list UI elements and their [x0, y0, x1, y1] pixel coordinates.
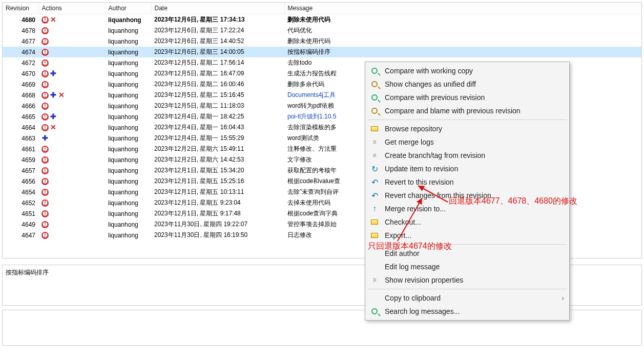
menu-item[interactable]: Export... — [366, 229, 568, 242]
menu-item[interactable]: Show changes as unified diff — [366, 77, 568, 91]
menu-item[interactable]: Checkout... — [366, 215, 568, 229]
cell-author: liquanhong — [105, 165, 151, 176]
cell-revision: 4674 — [3, 47, 38, 57]
menu-item[interactable]: Compare with previous revision — [366, 91, 568, 104]
cell-revision: 4649 — [3, 219, 38, 230]
cell-date: 2023年12月5日, 星期二 15:16:45 — [151, 90, 284, 101]
cell-revision: 4661 — [3, 144, 38, 154]
cell-date: 2023年11月30日, 星期四 16:19:50 — [151, 230, 284, 241]
cell-actions — [38, 165, 105, 176]
menu-item[interactable]: ≡Create branch/tag from revision — [366, 149, 568, 162]
menu-item-label: Export... — [385, 231, 411, 240]
cell-revision: 4678 — [3, 25, 38, 36]
menu-item-label: Show changes as unified diff — [385, 80, 476, 88]
menu-item-label: Show revision properties — [385, 276, 463, 284]
cell-author: liquanhong — [105, 230, 151, 241]
col-date[interactable]: Date — [151, 3, 284, 14]
menu-item[interactable]: Compare with working copy — [366, 64, 568, 77]
menu-item-label: Get merge logs — [385, 138, 434, 146]
cell-actions — [38, 101, 105, 111]
cell-date: 2023年12月1日, 星期五 9:17:48 — [151, 208, 284, 219]
context-menu[interactable]: Compare with working copyShow changes as… — [365, 62, 570, 321]
cell-actions — [38, 230, 105, 241]
cell-revision: 4652 — [3, 197, 38, 208]
cell-author: liquanhong — [105, 144, 151, 154]
menu-item[interactable]: ↶Revert changes from this revision — [366, 189, 568, 202]
cell-date: 2023年12月5日, 星期二 11:18:03 — [151, 101, 284, 111]
cell-message: 删除未使用代码 — [284, 36, 641, 47]
cell-revision: 4654 — [3, 187, 38, 197]
menu-item-label: Edit author — [385, 249, 420, 257]
cell-date: 2023年12月6日, 星期三 17:34:13 — [151, 14, 284, 26]
modified-icon — [41, 200, 49, 207]
modified-icon — [41, 124, 49, 131]
log-row[interactable]: 4678liquanhong2023年12月6日, 星期三 17:22:24代码… — [3, 25, 641, 36]
menu-icon: ≡ — [369, 137, 380, 147]
cell-date: 2023年12月5日, 星期二 16:47:09 — [151, 68, 284, 79]
cell-date: 2023年12月4日, 星期一 18:42:25 — [151, 111, 284, 122]
menu-item[interactable]: Edit author — [366, 247, 568, 260]
modified-icon — [41, 113, 49, 121]
cell-actions: ✚ — [38, 68, 105, 79]
cell-author: liquanhong — [105, 133, 151, 144]
col-author[interactable]: Author — [105, 3, 151, 14]
cell-actions — [38, 25, 105, 36]
modified-icon — [41, 178, 49, 185]
cell-actions — [38, 154, 105, 165]
log-row[interactable]: 4677liquanhong2023年12月6日, 星期三 14:40:52删除… — [3, 36, 641, 47]
log-row[interactable]: 4680✕liquanhong2023年12月6日, 星期三 17:34:13删… — [3, 14, 641, 26]
cell-revision: 4664 — [3, 122, 38, 133]
menu-item[interactable]: ↶Revert to this revision — [366, 175, 568, 189]
menu-icon: ↶ — [369, 177, 380, 187]
cell-date: 2023年12月5日, 星期二 17:56:14 — [151, 57, 284, 68]
cell-date: 2023年12月6日, 星期三 14:40:52 — [151, 36, 284, 47]
menu-item-label: Browse repository — [385, 125, 442, 133]
menu-item[interactable]: ≡Get merge logs — [366, 135, 568, 149]
menu-icon: ↶ — [369, 191, 380, 200]
menu-item-label: Search log messages... — [385, 307, 460, 315]
menu-item-label: Compare and blame with previous revision — [385, 107, 521, 115]
log-row[interactable]: 4674liquanhong2023年12月6日, 星期三 14:00:05按指… — [3, 47, 641, 57]
modified-icon — [41, 16, 49, 24]
cell-author: liquanhong — [105, 57, 151, 68]
cell-actions — [38, 57, 105, 68]
cell-revision: 4680 — [3, 14, 38, 26]
cell-actions — [38, 36, 105, 47]
menu-icon — [369, 106, 380, 115]
modified-icon — [41, 221, 49, 228]
menu-item-label: Compare with working copy — [385, 67, 473, 75]
cell-author: liquanhong — [105, 197, 151, 208]
cell-message: 按指标编码排序 — [284, 47, 641, 57]
menu-separator — [367, 289, 567, 289]
menu-icon — [369, 249, 380, 258]
modified-icon — [41, 146, 49, 153]
modified-icon — [41, 92, 49, 99]
menu-item[interactable]: Copy to clipboard› — [366, 291, 568, 305]
cell-date: 2023年12月4日, 星期一 16:04:43 — [151, 122, 284, 133]
menu-separator — [367, 244, 567, 245]
cell-actions — [38, 219, 105, 230]
col-message[interactable]: Message — [284, 3, 641, 14]
added-icon: ✚ — [50, 113, 57, 121]
cell-actions — [38, 197, 105, 208]
cell-date: 2023年12月5日, 星期二 16:00:46 — [151, 79, 284, 90]
modified-icon — [41, 156, 49, 164]
col-actions[interactable]: Actions — [38, 3, 105, 14]
menu-icon — [369, 293, 380, 303]
cell-revision: 4668 — [3, 90, 38, 101]
modified-icon — [41, 81, 49, 88]
col-revision[interactable]: Revision — [3, 3, 38, 14]
menu-item[interactable]: Browse repository — [366, 122, 568, 135]
menu-item[interactable]: ≡Show revision properties — [366, 273, 568, 287]
cell-author: liquanhong — [105, 122, 151, 133]
modified-icon — [41, 27, 49, 34]
added-icon: ✚ — [50, 92, 57, 99]
menu-item[interactable]: ↻Update item to revision — [366, 162, 568, 175]
menu-item[interactable]: Edit log message — [366, 260, 568, 273]
menu-item[interactable]: ↑Merge revision to... — [366, 202, 568, 215]
menu-item[interactable]: Compare and blame with previous revision — [366, 104, 568, 117]
menu-item[interactable]: Search log messages... — [366, 305, 568, 318]
menu-item-label: Merge revision to... — [385, 205, 446, 213]
cell-revision: 4647 — [3, 230, 38, 241]
cell-author: liquanhong — [105, 36, 151, 47]
